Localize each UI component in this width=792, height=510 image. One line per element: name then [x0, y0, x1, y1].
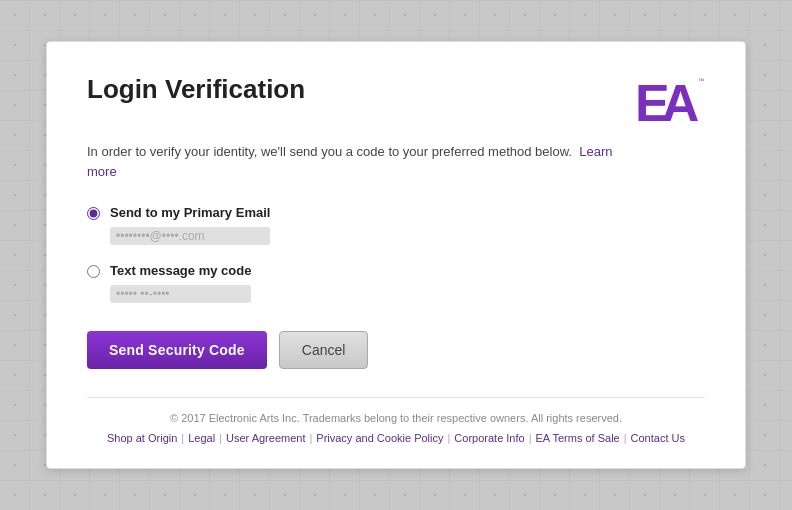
svg-text:A: A: [662, 74, 700, 126]
option-info-email: Send to my Primary Email ••••••••@••••.c…: [110, 205, 270, 245]
buttons-row: Send Security Code Cancel: [87, 331, 705, 369]
send-security-code-button[interactable]: Send Security Code: [87, 331, 267, 369]
footer-link-contact[interactable]: Contact Us: [631, 432, 685, 444]
footer-copyright: © 2017 Electronic Arts Inc. Trademarks b…: [87, 412, 705, 424]
footer-link-shop[interactable]: Shop at Origin: [107, 432, 177, 444]
login-verification-card: Login Verification ™ E A In order to ver…: [46, 41, 746, 469]
footer-link-legal[interactable]: Legal: [188, 432, 215, 444]
ea-logo: ™ E A: [633, 74, 705, 126]
footer-link-privacy[interactable]: Privacy and Cookie Policy: [316, 432, 443, 444]
footer: © 2017 Electronic Arts Inc. Trademarks b…: [87, 412, 705, 444]
email-option-label[interactable]: Send to my Primary Email: [110, 205, 270, 220]
option-row-email: Send to my Primary Email ••••••••@••••.c…: [87, 205, 705, 245]
page-title: Login Verification: [87, 74, 305, 105]
footer-links: Shop at Origin|Legal|User Agreement|Priv…: [87, 432, 705, 444]
footer-link-corporate-info[interactable]: Corporate Info: [454, 432, 524, 444]
option-info-sms: Text message my code ••••• ••-••••: [110, 263, 251, 303]
sms-option-label[interactable]: Text message my code: [110, 263, 251, 278]
sms-radio[interactable]: [87, 265, 100, 278]
email-option-detail: ••••••••@••••.com: [110, 227, 270, 245]
email-radio[interactable]: [87, 207, 100, 220]
cancel-button[interactable]: Cancel: [279, 331, 369, 369]
card-header: Login Verification ™ E A: [87, 74, 705, 126]
description-text: In order to verify your identity, we'll …: [87, 142, 705, 181]
footer-link-ea-terms[interactable]: EA Terms of Sale: [536, 432, 620, 444]
divider: [87, 397, 705, 398]
sms-option-detail: ••••• ••-••••: [110, 285, 251, 303]
option-row-sms: Text message my code ••••• ••-••••: [87, 263, 705, 303]
options-section: Send to my Primary Email ••••••••@••••.c…: [87, 205, 705, 303]
footer-link-user-agreement[interactable]: User Agreement: [226, 432, 305, 444]
